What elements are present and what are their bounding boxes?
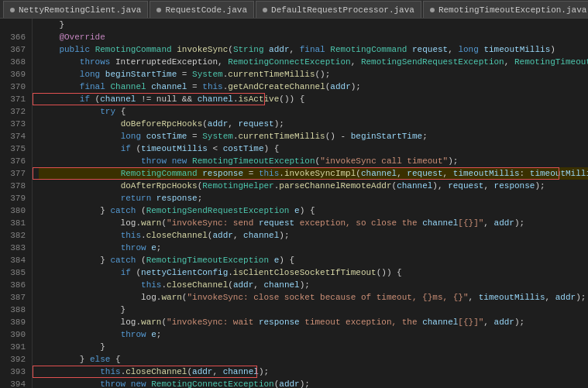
code-line-9: long costTime = System.currentTimeMillis… [39, 130, 588, 142]
code-line-25: throw e; [39, 328, 588, 341]
line-number-368: 368 [0, 56, 32, 68]
code-line-22: log.warn("invokeSync: close socket becau… [39, 291, 588, 304]
line-number-391: 391 [0, 341, 32, 353]
line-number-377: 377 [0, 167, 32, 180]
line-number-382: 382 [0, 229, 32, 242]
code-line-8: doBeforeRpcHooks(addr, request); [39, 118, 588, 130]
line-number-393: 393 [0, 366, 32, 378]
line-number-376: 376 [0, 155, 32, 167]
code-content: } @Override public RemotingCommand invok… [33, 19, 588, 388]
code-line-14: return response; [39, 192, 588, 204]
code-line-24: log.warn("invokeSync: wait response time… [39, 316, 588, 328]
code-line-26: } [39, 341, 588, 353]
line-number-375: 375 [0, 142, 32, 155]
line-number-387: 387 [0, 291, 32, 304]
line-number-386: 386 [0, 279, 32, 291]
tab-NettyRemotingClient-java[interactable]: NettyRemotingClient.java [3, 1, 148, 18]
code-line-16: log.warn("invokeSync: send request excep… [39, 217, 588, 229]
line-number-390: 390 [0, 328, 32, 341]
code-line-17: this.closeChannel(addr, channel); [39, 229, 588, 242]
code-line-12: RemotingCommand response = this.invokeSy… [39, 167, 588, 180]
line-number-371: 371 [0, 93, 32, 105]
code-line-3: throws InterruptedException, RemotingCon… [39, 56, 588, 68]
code-line-2: public RemotingCommand invokeSync(String… [39, 43, 588, 56]
code-line-10: if (timeoutMillis < costTime) { [39, 142, 588, 155]
code-line-19: } catch (RemotingTimeoutException e) { [39, 254, 588, 266]
line-number-385: 385 [0, 266, 32, 279]
line-number-381: 381 [0, 217, 32, 229]
line-number-378: 378 [0, 180, 32, 192]
line-number-373: 373 [0, 118, 32, 130]
code-line-11: throw new RemotingTimeoutException("invo… [39, 155, 588, 167]
code-line-15: } catch (RemotingSendRequestException e)… [39, 204, 588, 217]
editor-area: 3663673683693703713723733743753763773783… [0, 19, 588, 388]
line-gutter: 3663673683693703713723733743753763773783… [0, 19, 33, 388]
tabs-bar: NettyRemotingClient.javaRequestCode.java… [0, 0, 588, 19]
code-line-5: final Channel channel = this.getAndCreat… [39, 81, 588, 93]
code-line-6: if (channel != null && channel.isActive(… [39, 93, 588, 105]
code-line-4: long beginStartTime = System.currentTime… [39, 68, 588, 81]
code-line-29: throw new RemotingConnectException(addr)… [39, 378, 588, 388]
line-number-388: 388 [0, 304, 32, 316]
line-number-370: 370 [0, 81, 32, 93]
line-number-374: 374 [0, 130, 32, 142]
line-number-394: 394 [0, 378, 32, 388]
code-line-0: } [39, 19, 588, 31]
line-number-379: 379 [0, 192, 32, 204]
code-line-18: throw e; [39, 242, 588, 254]
code-line-7: try { [39, 105, 588, 118]
line-number-369: 369 [0, 68, 32, 81]
tab-RequestCode-java[interactable]: RequestCode.java [150, 1, 254, 18]
line-number-empty [0, 19, 32, 31]
line-number-389: 389 [0, 316, 32, 328]
line-number-372: 372 [0, 105, 32, 118]
line-number-380: 380 [0, 204, 32, 217]
line-number-384: 384 [0, 254, 32, 266]
line-number-367: 367 [0, 43, 32, 56]
code-line-21: this.closeChannel(addr, channel); [39, 279, 588, 291]
code-line-13: doAfterRpcHooks(RemotingHelper.parseChan… [39, 180, 588, 192]
code-line-23: } [39, 304, 588, 316]
line-number-366: 366 [0, 31, 32, 43]
tab-RemotingTimeoutException-java[interactable]: RemotingTimeoutException.java [423, 1, 588, 18]
line-number-383: 383 [0, 242, 32, 254]
code-line-28: this.closeChannel(addr, channel); [39, 366, 588, 378]
line-number-392: 392 [0, 353, 32, 366]
tab-DefaultRequestProcessor-java[interactable]: DefaultRequestProcessor.java [256, 1, 421, 18]
code-line-1: @Override [39, 31, 588, 43]
code-line-27: } else { [39, 353, 588, 366]
code-line-20: if (nettyClientConfig.isClientCloseSocke… [39, 266, 588, 279]
